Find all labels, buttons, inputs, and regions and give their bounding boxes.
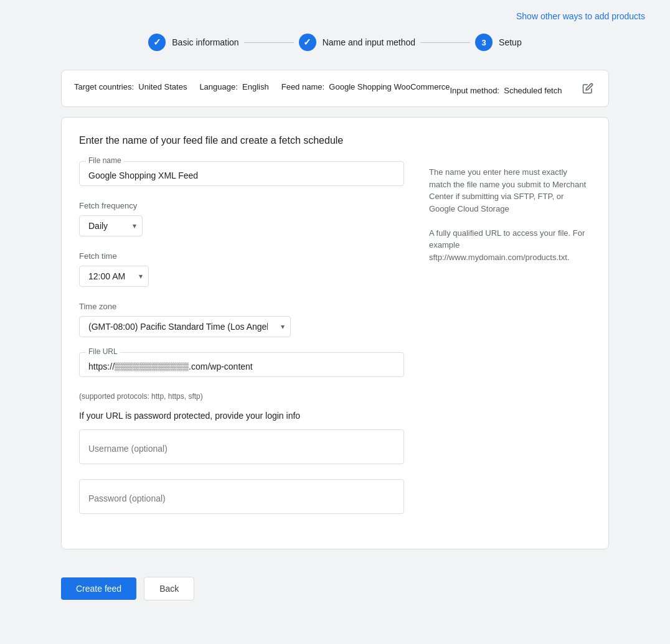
step-label-name-input: Name and input method (323, 37, 415, 47)
input-method-label: Input method: (450, 86, 499, 95)
step-circle-basic-info (148, 34, 166, 51)
input-method-item: Input method: Scheduled fetch (450, 86, 562, 95)
file-url-field-wrapper: File URL (79, 352, 404, 377)
form-title: Enter the name of your feed file and cre… (79, 135, 591, 146)
form-right-hint: The name you enter here must exactly mat… (429, 161, 591, 529)
password-field-wrapper (79, 479, 404, 514)
summary-card: Target countries: United States Language… (61, 70, 609, 107)
step-name-input: Name and input method (299, 34, 415, 51)
file-url-group: File URL (79, 352, 404, 377)
file-name-input[interactable] (88, 170, 395, 180)
step-circle-name-input (299, 34, 316, 51)
username-group (79, 429, 404, 464)
language-label: Language: (199, 82, 237, 91)
form-left: File name Fetch frequency Daily Weekly M… (79, 161, 404, 529)
feed-name-value: Google Shopping WooCommerce (329, 82, 450, 91)
form-card: Enter the name of your feed file and cre… (61, 117, 609, 549)
summary-info: Target countries: United States Language… (74, 82, 562, 95)
step-label-setup: Setup (499, 37, 522, 47)
username-input[interactable] (88, 439, 395, 459)
timezone-group: Time zone (GMT-08:00) Pacific Standard T… (79, 302, 404, 337)
file-name-group: File name (79, 161, 404, 186)
summary-line-2: Input method: Scheduled fetch (450, 86, 562, 95)
fetch-frequency-select-wrapper: Daily Weekly Monthly ▾ (79, 215, 143, 236)
step-basic-info: Basic information (148, 34, 238, 51)
language-item: Language: English (199, 82, 268, 95)
target-countries-item: Target countries: United States (74, 82, 187, 95)
protocols-note: (supported protocols: http, https, sftp) (79, 392, 404, 401)
password-section-title: If your URL is password protected, provi… (79, 411, 404, 421)
fetch-time-group: Fetch time 12:00 AM 1:00 AM 2:00 AM ▾ (79, 251, 404, 287)
timezone-label: Time zone (79, 302, 404, 311)
step-connector-1 (244, 42, 294, 43)
fetch-time-label: Fetch time (79, 251, 404, 261)
step-label-basic-info: Basic information (172, 37, 238, 47)
language-value: English (242, 82, 269, 91)
summary-line-1: Target countries: United States Language… (74, 82, 450, 95)
file-url-input[interactable] (88, 362, 395, 371)
file-url-label: File URL (86, 347, 120, 356)
timezone-select[interactable]: (GMT-08:00) Pacific Standard Time (Los A… (79, 316, 291, 337)
file-name-label: File name (86, 156, 124, 165)
step-circle-setup: 3 (475, 34, 493, 51)
fetch-frequency-label: Fetch frequency (79, 201, 404, 210)
step-connector-2 (420, 42, 470, 43)
form-layout: File name Fetch frequency Daily Weekly M… (79, 161, 591, 529)
password-input[interactable] (88, 488, 395, 508)
feed-name-item: Feed name: Google Shopping WooCommerce (281, 82, 450, 95)
password-group (79, 479, 404, 514)
username-field-wrapper (79, 429, 404, 464)
file-url-hint-text: A fully qualified URL to access your fil… (429, 228, 585, 262)
fetch-time-select-wrapper: 12:00 AM 1:00 AM 2:00 AM ▾ (79, 266, 149, 287)
target-countries-value: United States (138, 82, 187, 91)
feed-name-label: Feed name: (281, 82, 324, 91)
action-bar: Create feed Back (36, 567, 634, 615)
file-name-hint-text: The name you enter here must exactly mat… (429, 167, 586, 213)
step-setup: 3 Setup (475, 34, 522, 51)
fetch-frequency-group: Fetch frequency Daily Weekly Monthly ▾ (79, 201, 404, 236)
edit-summary-button[interactable] (580, 80, 596, 96)
input-method-value: Scheduled fetch (504, 86, 562, 95)
stepper: Basic information Name and input method … (0, 27, 670, 70)
target-countries-label: Target countries: (74, 82, 134, 91)
file-name-field-wrapper: File name (79, 161, 404, 186)
fetch-frequency-select[interactable]: Daily Weekly Monthly (79, 215, 143, 236)
create-feed-button[interactable]: Create feed (61, 577, 136, 600)
show-other-ways-link[interactable]: Show other ways to add products (516, 11, 645, 21)
timezone-select-wrapper: (GMT-08:00) Pacific Standard Time (Los A… (79, 316, 291, 337)
fetch-time-select[interactable]: 12:00 AM 1:00 AM 2:00 AM (79, 266, 149, 287)
back-button[interactable]: Back (144, 577, 194, 600)
